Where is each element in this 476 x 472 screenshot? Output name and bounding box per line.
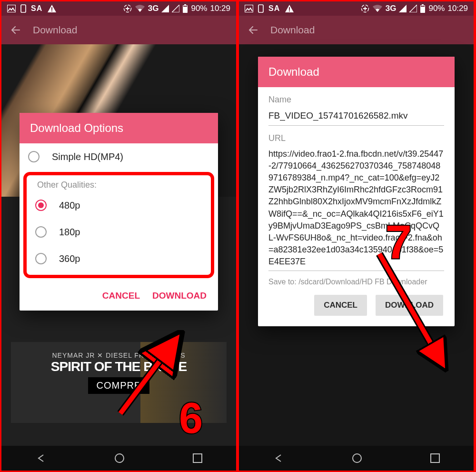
svg-rect-16 bbox=[289, 7, 290, 10]
download-button[interactable]: DOWNLOAD bbox=[376, 295, 443, 316]
svg-rect-20 bbox=[422, 4, 424, 5]
signal-icon bbox=[161, 5, 169, 12]
data-saver-icon bbox=[361, 4, 369, 13]
signal-empty-icon bbox=[409, 5, 417, 12]
nav-home-icon[interactable] bbox=[352, 453, 362, 463]
header-title: Download bbox=[270, 24, 315, 36]
radio-icon bbox=[35, 253, 47, 264]
signal-icon bbox=[399, 5, 407, 12]
dialog-title: Download Options bbox=[20, 113, 218, 143]
phone-right: SA 3G 90% 10:29 Download Download Name F… bbox=[239, 1, 474, 471]
svg-rect-1 bbox=[21, 5, 26, 12]
highlight-box: Other Qualities: 480p 180p 360p bbox=[23, 172, 214, 278]
ad-line1: NEYMAR JR ✕ DIESEL FRAGRANCES bbox=[11, 351, 227, 359]
nav-bar bbox=[239, 446, 474, 471]
wifi-weak-icon bbox=[372, 5, 383, 12]
option-label: 360p bbox=[59, 253, 80, 264]
dialog-title: Download bbox=[258, 57, 455, 87]
data-saver-icon bbox=[123, 4, 132, 13]
svg-rect-7 bbox=[183, 6, 187, 7]
nav-back-icon[interactable] bbox=[36, 453, 46, 463]
status-carrier-label: SA bbox=[268, 4, 280, 13]
battery-icon bbox=[420, 4, 426, 13]
option-label: 480p bbox=[59, 200, 80, 211]
save-path: Save to: /sdcard/Download/HD FB Download… bbox=[258, 271, 455, 288]
annotation-number-6: 6 bbox=[179, 394, 203, 443]
back-icon[interactable] bbox=[248, 24, 259, 36]
phone-left: SA 3G 90% 10:29 bbox=[1, 1, 236, 471]
radio-icon bbox=[28, 151, 40, 162]
status-bar: SA 3G 90% 10:29 bbox=[239, 1, 474, 16]
url-input[interactable]: https://video.frao1-2.fna.fbcdn.net/v/t3… bbox=[268, 146, 444, 271]
signal-empty-icon bbox=[172, 5, 179, 12]
option-simple-hd[interactable]: Simple HD(MP4) bbox=[20, 143, 218, 170]
svg-rect-3 bbox=[51, 10, 52, 11]
nav-back-icon[interactable] bbox=[273, 453, 284, 463]
svg-rect-0 bbox=[7, 5, 16, 12]
wifi-weak-icon bbox=[135, 5, 145, 12]
clock: 10:29 bbox=[210, 4, 230, 13]
svg-point-12 bbox=[115, 454, 124, 462]
svg-rect-25 bbox=[431, 454, 439, 462]
svg-rect-21 bbox=[421, 6, 425, 7]
svg-point-24 bbox=[353, 454, 361, 462]
radio-icon bbox=[35, 226, 47, 238]
back-icon[interactable] bbox=[10, 24, 21, 36]
nav-recent-icon[interactable] bbox=[430, 453, 440, 463]
cancel-button[interactable]: CANCEL bbox=[102, 291, 140, 301]
svg-rect-6 bbox=[184, 4, 186, 5]
battery-label: 90% bbox=[191, 4, 207, 13]
network-label: 3G bbox=[148, 4, 159, 13]
picture-icon bbox=[7, 5, 16, 12]
svg-rect-17 bbox=[289, 10, 290, 11]
warning-icon bbox=[285, 4, 294, 13]
cancel-button[interactable]: CANCEL bbox=[314, 295, 367, 316]
app-header: Download bbox=[1, 16, 236, 44]
svg-rect-2 bbox=[51, 7, 52, 10]
url-label: URL bbox=[258, 126, 455, 146]
phone-outline-icon bbox=[258, 4, 264, 13]
battery-icon bbox=[182, 4, 188, 13]
option-label: Simple HD(MP4) bbox=[52, 151, 123, 162]
ad-button[interactable]: COMPRE bbox=[88, 377, 150, 394]
option-480p[interactable]: 480p bbox=[27, 192, 211, 219]
status-carrier-label: SA bbox=[31, 4, 42, 13]
download-confirm-dialog: Download Name FB_VIDEO_15741701626582.mk… bbox=[258, 57, 455, 326]
picture-icon bbox=[245, 5, 253, 12]
warning-icon bbox=[47, 4, 57, 13]
download-options-dialog: Download Options Simple HD(MP4) Other Qu… bbox=[20, 113, 218, 311]
header-title: Download bbox=[33, 24, 77, 36]
other-qualities-label: Other Qualities: bbox=[27, 175, 211, 192]
radio-selected-icon bbox=[35, 200, 47, 211]
svg-rect-14 bbox=[245, 5, 253, 12]
app-header: Download bbox=[239, 16, 474, 44]
option-180p[interactable]: 180p bbox=[27, 219, 211, 245]
name-label: Name bbox=[258, 87, 455, 108]
phone-outline-icon bbox=[20, 4, 26, 13]
ad-line2: SPIRIT OF THE BRAVE bbox=[11, 359, 227, 374]
option-360p[interactable]: 360p bbox=[27, 245, 211, 272]
nav-recent-icon[interactable] bbox=[193, 453, 202, 463]
status-bar: SA 3G 90% 10:29 bbox=[1, 1, 236, 16]
svg-rect-13 bbox=[193, 454, 202, 462]
network-label: 3G bbox=[386, 4, 397, 13]
name-input[interactable]: FB_VIDEO_15741701626582.mkv bbox=[268, 108, 444, 126]
battery-label: 90% bbox=[428, 4, 445, 13]
download-button[interactable]: DOWNLOAD bbox=[152, 291, 207, 301]
annotation-number-7: 7 bbox=[385, 215, 412, 270]
nav-bar bbox=[1, 446, 236, 471]
option-label: 180p bbox=[59, 227, 80, 238]
clock: 10:29 bbox=[447, 4, 468, 13]
svg-rect-15 bbox=[258, 5, 263, 12]
nav-home-icon[interactable] bbox=[114, 453, 125, 463]
